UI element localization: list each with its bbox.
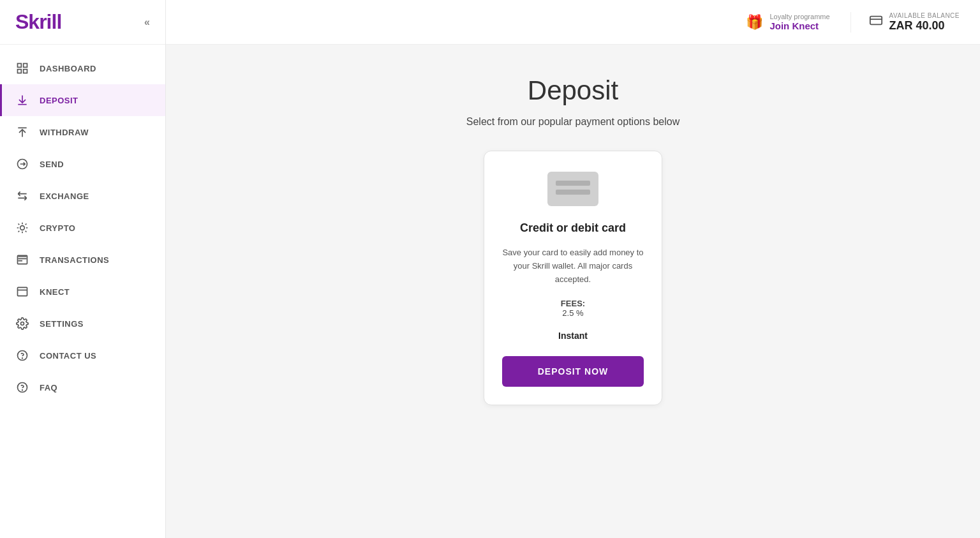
page-body: Deposit Select from our popular payment … (166, 45, 980, 538)
sidebar-item-dashboard[interactable]: DASHBOARD (0, 52, 165, 84)
sidebar-label-faq: FAQ (40, 383, 57, 392)
sidebar-label-transactions: TRANSACTIONS (40, 255, 109, 265)
deposit-icon (15, 93, 29, 107)
sidebar-item-deposit[interactable]: DEPOSIT (0, 84, 165, 116)
sidebar-label-dashboard: DASHBOARD (40, 64, 96, 73)
sidebar-item-settings[interactable]: SETTINGS (0, 308, 165, 340)
card-title: Credit or debit card (520, 221, 626, 235)
sidebar-item-transactions[interactable]: TRANSACTIONS (0, 244, 165, 276)
svg-rect-1 (24, 64, 27, 68)
svg-point-12 (22, 390, 23, 391)
loyalty-label: Loyalty programme (769, 13, 829, 20)
balance-section: AVAILABLE BALANCE ZAR 40.00 (850, 12, 960, 33)
svg-point-10 (22, 358, 23, 359)
sidebar-logo-area: Skrill « (0, 0, 165, 45)
contact-icon (15, 348, 29, 362)
sidebar-label-crypto: CRYPTO (40, 223, 75, 233)
knect-icon (15, 285, 29, 299)
faq-icon (15, 380, 29, 394)
sidebar-label-exchange: EXCHANGE (40, 191, 89, 201)
loyalty-icon: 🎁 (746, 14, 763, 31)
svg-rect-7 (18, 287, 27, 295)
svg-point-8 (21, 322, 24, 325)
sidebar-label-deposit: DEPOSIT (40, 96, 78, 105)
sidebar-item-faq[interactable]: FAQ (0, 371, 165, 403)
card-description: Save your card to easily add money to yo… (502, 246, 644, 286)
sidebar-item-send[interactable]: SEND (0, 148, 165, 180)
svg-rect-0 (18, 64, 22, 68)
loyalty-section: 🎁 Loyalty programme Join Knect (746, 13, 829, 31)
loyalty-text-group: Loyalty programme Join Knect (769, 13, 829, 31)
card-icon (547, 172, 598, 206)
balance-label: AVAILABLE BALANCE (889, 12, 960, 19)
app-logo: Skrill (15, 10, 61, 34)
payment-card: Credit or debit card Save your card to e… (484, 151, 662, 405)
sidebar-label-contact-us: CONTACT US (40, 351, 96, 361)
main-content: 🎁 Loyalty programme Join Knect AVAILABLE… (166, 0, 980, 538)
fees-section: FEES: 2.5 % (561, 299, 585, 318)
sidebar-label-send: SEND (40, 160, 64, 169)
sidebar-label-knect: KNECT (40, 287, 70, 297)
fees-value: 2.5 % (561, 308, 585, 318)
page-title: Deposit (528, 75, 618, 106)
send-icon (15, 157, 29, 171)
settings-icon (15, 317, 29, 331)
sidebar-nav: DASHBOARD DEPOSIT WITHDRAW SEND (0, 45, 165, 538)
sidebar-item-exchange[interactable]: EXCHANGE (0, 180, 165, 212)
svg-rect-13 (870, 17, 881, 25)
balance-icon (869, 13, 883, 31)
sidebar-item-contact-us[interactable]: CONTACT US (0, 340, 165, 371)
sidebar-item-crypto[interactable]: CRYPTO (0, 212, 165, 244)
fees-label: FEES: (561, 299, 585, 308)
exchange-icon (15, 189, 29, 203)
sidebar-label-withdraw: WITHDRAW (40, 128, 89, 137)
speed-label: Instant (558, 331, 588, 341)
sidebar-label-settings: SETTINGS (40, 319, 84, 329)
app-header: 🎁 Loyalty programme Join Knect AVAILABLE… (166, 0, 980, 45)
sidebar-item-knect[interactable]: KNECT (0, 276, 165, 308)
collapse-button[interactable]: « (144, 17, 150, 28)
sidebar: Skrill « DASHBOARD DEPOSIT WITHDRAW (0, 0, 166, 538)
crypto-icon (15, 221, 29, 235)
withdraw-icon (15, 125, 29, 139)
balance-amount: ZAR 40.00 (889, 19, 960, 33)
page-subtitle: Select from our popular payment options … (466, 116, 679, 128)
svg-point-5 (20, 226, 25, 230)
svg-rect-3 (18, 70, 22, 73)
balance-text-group: AVAILABLE BALANCE ZAR 40.00 (889, 12, 960, 33)
sidebar-item-withdraw[interactable]: WITHDRAW (0, 116, 165, 148)
svg-rect-2 (24, 70, 27, 73)
transactions-icon (15, 253, 29, 267)
deposit-now-button[interactable]: DEPOSIT NOW (502, 356, 644, 387)
loyalty-link[interactable]: Join Knect (769, 20, 829, 31)
dashboard-icon (15, 61, 29, 75)
